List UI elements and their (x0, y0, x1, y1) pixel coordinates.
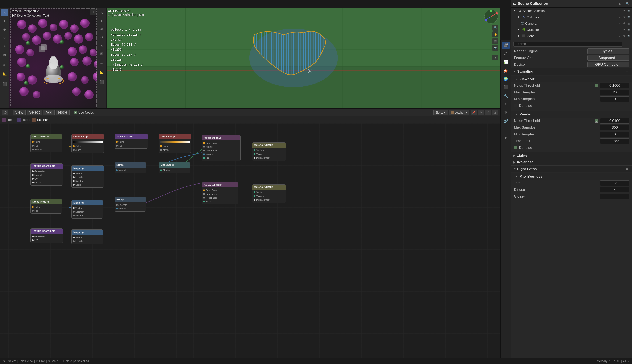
vp-left-view-icon[interactable]: ⊞ (90, 9, 96, 15)
node-color-ramp[interactable]: Color Ramp Color Alpha (72, 134, 104, 153)
data-properties-icon[interactable]: T (502, 126, 509, 133)
physics-properties-icon[interactable]: ⚛ (502, 109, 509, 116)
node-material-output2[interactable]: Material Output Surface Volume Displacem… (252, 184, 286, 203)
node-bump2[interactable]: Bump Strength Normal (115, 197, 146, 212)
outliner-item-scene-collection[interactable]: ▼ 🗂 Scene Collection ✓ 👁 📷 (511, 8, 632, 14)
viewport-left[interactable]: Camera Perspective (10) Scene Collection… (9, 8, 98, 108)
sampling-section[interactable]: ▼ Sampling ≡ (511, 68, 632, 75)
vp-orbit-icon[interactable]: 🎬 (492, 38, 498, 44)
sampling-options-icon[interactable]: ≡ (624, 69, 630, 74)
render-subsection[interactable]: ▼ Render (511, 111, 632, 118)
node-canvas[interactable]: Noise Texture Color Fac Normal Texture C… (0, 124, 500, 358)
advanced-section[interactable]: ▶ Advanced (511, 159, 632, 166)
total-bounces-value[interactable]: 12 (600, 180, 629, 186)
add-cube-icon[interactable]: ⬛ (1, 80, 9, 88)
vp-cursor-icon[interactable]: ✛ (98, 17, 106, 24)
device-dropdown[interactable]: GPU Compute (587, 62, 629, 68)
modifier-properties-icon[interactable]: 🔧 (502, 92, 509, 100)
ne-pin-icon[interactable]: 📌 (471, 110, 477, 116)
vp-camera-icon[interactable]: 📷 (492, 45, 498, 51)
node-tex-coord[interactable]: Texture Coordinate Generated Normal UV O… (31, 163, 63, 186)
vp-select-icon[interactable]: ↖ (98, 9, 106, 16)
lights-section[interactable]: ▶ Lights (511, 152, 632, 159)
vp-noise-threshold-checkbox[interactable]: ✓ (595, 84, 598, 87)
node-mapping2[interactable]: Mapping Vector Location Rotation (72, 200, 103, 218)
node-noise-texture[interactable]: Noise Texture Color Fac Normal (31, 134, 62, 152)
annotate-tool-icon[interactable]: ✏ (1, 61, 9, 69)
select-tool-icon[interactable]: ↖ (1, 9, 9, 16)
editor-type-dropdown[interactable]: ⬡ (2, 110, 9, 115)
render-denoise-checkbox[interactable]: ✓ (514, 146, 517, 150)
properties-options-icon[interactable]: ⋮ (624, 41, 630, 47)
cursor-tool-icon[interactable]: ✛ (1, 17, 9, 25)
viewport-subsection[interactable]: ▼ Viewport (511, 76, 632, 82)
render-properties-icon[interactable]: 🎬 (502, 42, 509, 49)
view-menu-button[interactable]: View (13, 110, 26, 115)
node-principled-bsdf[interactable]: Principled BSDF Base Color Metallic Roug… (202, 135, 241, 161)
material-dropdown[interactable]: Leather ▼ (449, 110, 469, 115)
vp-min-samples-value[interactable]: 0 (600, 96, 629, 102)
render-icon[interactable]: 📷 (627, 15, 631, 19)
move-tool-icon[interactable]: ⊕ (1, 26, 9, 33)
outliner-item-gscatter[interactable]: ▶ 🌿 GScatter ✓ 👁 📷 (511, 26, 632, 33)
render-icon[interactable]: 📷 (627, 34, 631, 38)
outliner-item-plane[interactable]: ▼ ⬛ Plane ✓ 👁 📷 (511, 33, 632, 39)
measure-tool-icon[interactable]: 📐 (1, 70, 9, 77)
outliner-filter-icon[interactable]: ⊞ (617, 1, 623, 7)
properties-search[interactable] (513, 42, 622, 46)
material-properties-icon[interactable]: ● (502, 134, 509, 142)
node-bump[interactable]: Bump Normal (115, 162, 146, 173)
vp-move-icon[interactable]: ⊕ (98, 25, 106, 33)
checkbox-icon[interactable]: ✓ (618, 15, 621, 19)
rotate-tool-icon[interactable]: ↺ (1, 34, 9, 42)
use-nodes-toggle[interactable]: ✓ Use Nodes (74, 111, 94, 114)
checkbox-icon[interactable]: ✓ (618, 34, 621, 38)
vp-grid-icon[interactable]: ⊞ (492, 54, 498, 60)
transform-tool-icon[interactable]: ⊞ (1, 51, 9, 58)
visibility-icon[interactable]: 👁 (622, 15, 626, 19)
vp-noise-threshold-value[interactable]: 0.1000 (600, 83, 629, 88)
node-tex-coord2[interactable]: Texture Coordinate Generated UV (31, 228, 63, 243)
world-properties-icon[interactable]: 🌍 (502, 75, 509, 83)
render-icon[interactable]: 📷 (627, 28, 631, 32)
vp-measure-icon[interactable]: 📐 (98, 68, 106, 76)
visibility-icon[interactable]: 👁 (622, 34, 626, 38)
scene-properties-icon[interactable]: 🎪 (502, 67, 509, 74)
particle-properties-icon[interactable]: ✦ (502, 100, 509, 108)
vp-transform-icon[interactable]: ⊞ (98, 50, 106, 57)
vp-zoom-icon[interactable]: 🔍 (492, 25, 498, 31)
ne-close-icon[interactable]: ✕ (485, 110, 491, 116)
checkbox-icon[interactable]: ✓ (618, 9, 621, 12)
add-menu-button[interactable]: Add (43, 110, 55, 115)
node-mapping3[interactable]: Mapping Vector Location (72, 230, 103, 244)
node-noise-texture2[interactable]: Noise Texture Color Fac (31, 199, 62, 214)
render-engine-dropdown[interactable]: Cycles (587, 48, 629, 54)
viewport-right[interactable]: User Perspective (10) Scene Collection |… (107, 8, 500, 108)
render-icon[interactable]: 📷 (627, 9, 631, 12)
light-paths-options-icon[interactable]: ≡ (624, 166, 630, 172)
outliner-item-collection[interactable]: ▼ 🗂 Collection ✓ 👁 📷 (511, 14, 632, 20)
checkbox-icon[interactable]: ✓ (618, 28, 621, 32)
render-noise-threshold-checkbox[interactable]: ✓ (595, 119, 598, 122)
view-layer-icon[interactable]: 📊 (502, 58, 509, 66)
checkbox-icon[interactable]: ✓ (618, 22, 621, 25)
node-material-output[interactable]: Material Output Surface Volume Displacem… (252, 142, 286, 161)
vp-rotate-icon[interactable]: ↺ (98, 34, 106, 41)
light-paths-section[interactable]: ▼ Light Paths ≡ (511, 166, 632, 172)
render-min-samples-value[interactable]: 0 (600, 132, 629, 137)
vp-add-icon[interactable]: ⬛ (98, 78, 106, 86)
max-bounces-subsection[interactable]: ▼ Max Bounces (511, 173, 632, 180)
ne-overlay-icon[interactable]: ◎ (492, 110, 498, 116)
visibility-icon[interactable]: 👁 (622, 22, 626, 25)
time-limit-value[interactable]: 0 sec (600, 138, 629, 144)
outliner-search-icon[interactable]: 🔍 (624, 1, 630, 7)
glossy-bounces-value[interactable]: 4 (600, 194, 629, 199)
vp-max-samples-value[interactable]: 20 (600, 90, 629, 95)
gizmo-container[interactable]: X Y (484, 9, 498, 24)
render-icon[interactable]: 📷 (627, 22, 631, 25)
object-properties-icon[interactable]: ⬛ (502, 84, 509, 91)
constraints-icon[interactable]: 🔗 (502, 117, 509, 125)
scale-tool-icon[interactable]: ⤡ (1, 42, 9, 50)
node-mix-shader[interactable]: Mix Shader Shader (159, 162, 190, 173)
feature-set-dropdown[interactable]: Supported (587, 55, 629, 61)
